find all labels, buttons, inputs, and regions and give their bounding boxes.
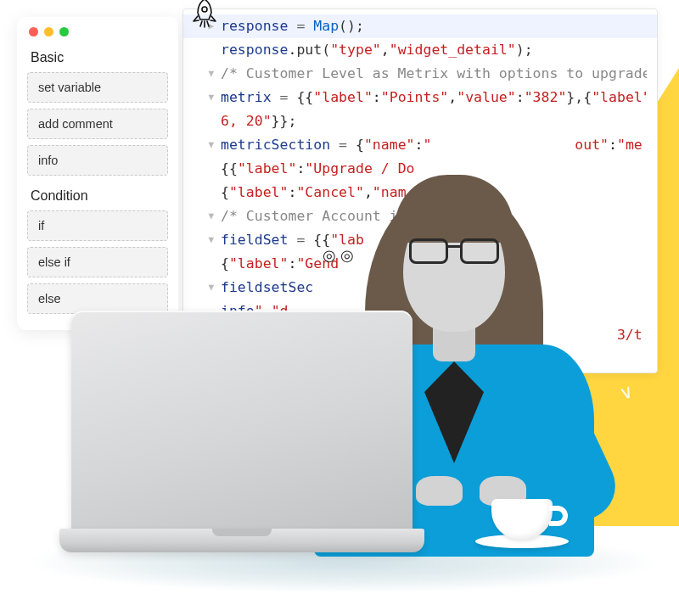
fold-gutter-icon[interactable]: ▼ <box>187 86 221 109</box>
sidebar-item[interactable]: set variable <box>27 72 168 103</box>
sidebar-item[interactable]: add comment <box>27 109 168 139</box>
svg-point-0 <box>202 7 207 12</box>
sidebar-item[interactable]: info <box>27 145 168 176</box>
code-text: metricSection = {"name":" out":"me <box>221 133 647 157</box>
rocket-icon <box>187 0 222 31</box>
code-text: metrix = {{"label":"Points","value":"382… <box>221 86 647 109</box>
sidebar-item[interactable]: else <box>27 283 168 314</box>
code-line[interactable]: ▶response = Map(); <box>183 14 657 38</box>
code-line[interactable]: 6, 20"}}; <box>183 109 657 133</box>
fold-gutter-icon[interactable]: ▼ <box>187 204 221 228</box>
window-controls <box>17 17 178 43</box>
fold-gutter-icon[interactable]: ▼ <box>187 62 221 86</box>
coffee-cup <box>491 499 569 548</box>
code-text: 6, 20"}}; <box>221 109 647 133</box>
code-text: /* Customer Level as Metrix with options… <box>221 62 647 86</box>
sidebar-section-title: Condition <box>17 182 178 210</box>
minimize-icon[interactable] <box>44 27 53 36</box>
code-line[interactable]: response.put("type","widget_detail"); <box>183 38 657 62</box>
fold-gutter-icon[interactable]: ▼ <box>187 133 221 157</box>
code-line[interactable]: ▼metrix = {{"label":"Points","value":"38… <box>183 86 657 109</box>
code-text: response.put("type","widget_detail"); <box>221 38 647 62</box>
sidebar-item[interactable]: if <box>27 210 168 241</box>
laptop <box>59 311 424 552</box>
code-line[interactable]: ▼metricSection = {"name":" out":"me <box>183 133 657 157</box>
sidebar-item[interactable]: else if <box>27 247 168 277</box>
close-icon[interactable] <box>29 27 38 36</box>
sidebar-section-title: Basic <box>17 43 178 72</box>
sidebar-panel: Basicset variableadd commentinfoConditio… <box>17 17 178 330</box>
code-line[interactable]: ▼/* Customer Level as Metrix with option… <box>183 62 657 86</box>
code-text: response = Map(); <box>221 14 647 38</box>
maximize-icon[interactable] <box>59 27 69 36</box>
fold-gutter-icon[interactable]: ▼ <box>187 228 221 252</box>
fold-gutter-icon[interactable]: ▼ <box>187 276 221 300</box>
